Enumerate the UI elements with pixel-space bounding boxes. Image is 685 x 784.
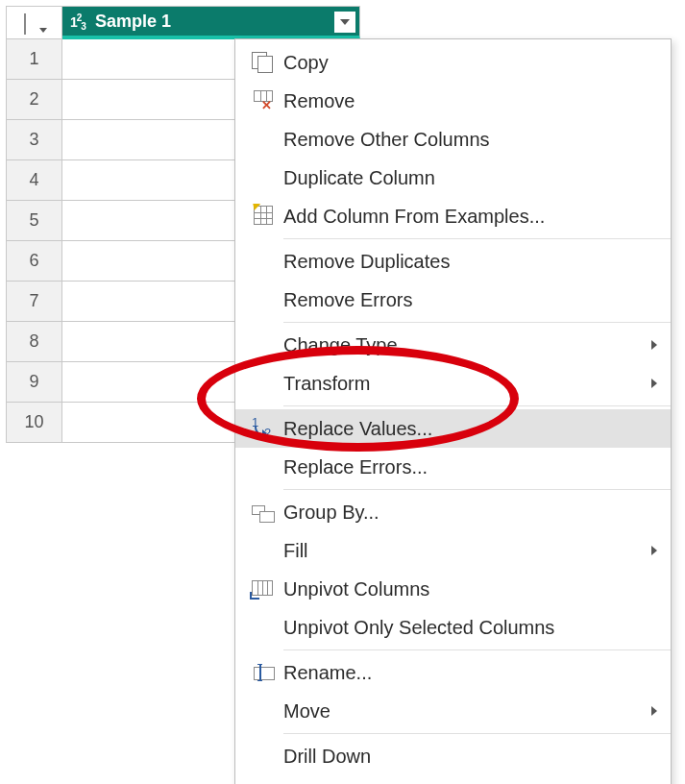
- svg-marker-0: [340, 19, 350, 25]
- unpivot-icon: [252, 578, 275, 600]
- menu-item-move[interactable]: Move: [235, 692, 671, 730]
- column-header-sample1[interactable]: 123 Sample 1: [62, 7, 360, 39]
- menu-item-unpivot[interactable]: Unpivot Columns: [235, 570, 671, 608]
- menu-item-remove-errors[interactable]: Remove Errors: [235, 281, 671, 319]
- table-icon: [24, 14, 45, 32]
- row-header[interactable]: 6: [7, 241, 62, 282]
- row-header[interactable]: 10: [7, 403, 62, 443]
- menu-item-remove-duplicates[interactable]: Remove Duplicates: [235, 242, 671, 281]
- submenu-arrow-icon: [651, 379, 657, 388]
- submenu-arrow-icon: [651, 340, 657, 350]
- menu-label: Move: [283, 700, 646, 723]
- menu-item-replace-values[interactable]: 12 Replace Values...: [235, 409, 671, 448]
- menu-label: Replace Errors...: [283, 456, 657, 478]
- menu-item-group-by[interactable]: Group By...: [235, 493, 671, 531]
- menu-item-transform[interactable]: Transform: [235, 364, 671, 403]
- menu-label: Transform: [283, 373, 646, 395]
- menu-label: Remove: [283, 90, 657, 112]
- menu-item-unpivot-selected[interactable]: Unpivot Only Selected Columns: [235, 608, 671, 647]
- menu-label: Unpivot Only Selected Columns: [283, 617, 657, 639]
- row-header[interactable]: 8: [7, 322, 62, 362]
- menu-label: Remove Errors: [283, 289, 657, 311]
- menu-label: Fill: [283, 540, 646, 562]
- menu-label: Unpivot Columns: [283, 578, 657, 600]
- row-header[interactable]: 7: [7, 282, 62, 322]
- menu-separator: [283, 733, 671, 734]
- menu-item-add-from-examples[interactable]: Add Column From Examples...: [235, 197, 671, 235]
- menu-label: Remove Other Columns: [283, 129, 657, 151]
- submenu-arrow-icon: [651, 546, 657, 555]
- whole-number-icon: 123: [70, 12, 86, 30]
- row-header[interactable]: 5: [7, 201, 62, 241]
- menu-item-remove-other[interactable]: Remove Other Columns: [235, 120, 671, 159]
- menu-item-rename[interactable]: Rename...: [235, 653, 671, 692]
- menu-label: Change Type: [283, 334, 646, 356]
- menu-item-change-type[interactable]: Change Type: [235, 326, 671, 364]
- row-header[interactable]: 9: [7, 362, 62, 403]
- row-header[interactable]: 4: [7, 160, 62, 201]
- row-header[interactable]: 3: [7, 120, 62, 160]
- menu-item-remove[interactable]: Remove: [235, 82, 671, 120]
- menu-label: Drill Down: [283, 746, 657, 768]
- menu-label: Add Column From Examples...: [283, 206, 657, 228]
- remove-column-icon: [252, 90, 275, 111]
- grid-header-row: 123 Sample 1: [7, 7, 360, 39]
- menu-label: Remove Duplicates: [283, 251, 657, 273]
- column-name: Sample 1: [95, 12, 171, 32]
- menu-label: Replace Values...: [283, 418, 657, 440]
- menu-item-copy[interactable]: Copy: [235, 43, 671, 82]
- menu-item-duplicate[interactable]: Duplicate Column: [235, 159, 671, 197]
- menu-item-drill-down[interactable]: Drill Down: [235, 737, 671, 775]
- submenu-arrow-icon: [651, 706, 657, 716]
- menu-item-replace-errors[interactable]: Replace Errors...: [235, 448, 671, 486]
- menu-separator: [283, 405, 671, 406]
- row-header[interactable]: 2: [7, 80, 62, 120]
- column-context-menu: Copy Remove Remove Other Columns Duplica…: [234, 38, 672, 784]
- menu-separator: [283, 322, 671, 323]
- menu-item-add-as-query[interactable]: Add as New Query: [235, 775, 671, 784]
- menu-separator: [283, 489, 671, 490]
- group-by-icon: [252, 502, 275, 523]
- menu-label: Copy: [283, 52, 657, 74]
- column-filter-dropdown[interactable]: [334, 12, 355, 33]
- copy-icon: [252, 52, 275, 73]
- add-column-examples-icon: [252, 206, 275, 227]
- replace-values-icon: 12: [252, 418, 275, 439]
- menu-label: Duplicate Column: [283, 167, 657, 189]
- menu-separator: [283, 649, 671, 650]
- row-header[interactable]: 1: [7, 39, 62, 80]
- menu-separator: [283, 238, 671, 239]
- menu-item-fill[interactable]: Fill: [235, 531, 671, 570]
- rename-icon: [252, 662, 275, 683]
- menu-label: Rename...: [283, 662, 657, 684]
- menu-label: Group By...: [283, 502, 657, 524]
- select-all-corner[interactable]: [7, 7, 62, 39]
